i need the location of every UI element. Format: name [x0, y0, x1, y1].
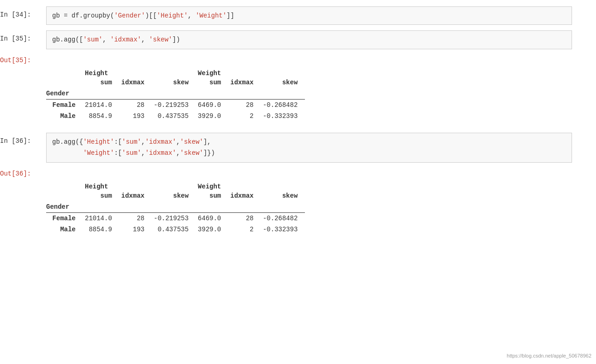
female-height-idxmax-2: 28	[119, 213, 152, 224]
female-row-2: Female 21014.0 28 -0.219253 6469.0 28 -0…	[46, 213, 305, 224]
cell-out36: Out[36]:	[0, 166, 596, 179]
height-group-header-2: Height	[83, 181, 196, 191]
weight-skew-header-2: skew	[261, 191, 305, 201]
male-height-sum-2: 8854.9	[83, 224, 119, 235]
height-sum-header-2: sum	[83, 191, 119, 201]
out36-table-wrap: Height Weight sum idxmax skew sum idxmax…	[0, 181, 596, 235]
male-height-sum: 8854.9	[83, 111, 119, 122]
female-weight-skew-2: -0.268482	[261, 213, 305, 224]
male-row: Male 8854.9 193 0.437535 3929.0 2 -0.332…	[46, 111, 305, 122]
empty-cell-2	[46, 181, 83, 191]
weight-sum-header-2: sum	[196, 191, 228, 201]
height-idxmax-header: idxmax	[119, 78, 152, 88]
female-weight-idxmax: 28	[228, 99, 261, 111]
female-height-sum: 21014.0	[83, 99, 119, 111]
out35-table-wrap: Height Weight sum idxmax skew sum idxmax…	[0, 68, 596, 122]
male-height-skew-2: 0.437535	[152, 224, 196, 235]
gender-label-row-2: Gender	[46, 201, 305, 213]
male-weight-idxmax-2: 2	[228, 224, 261, 235]
female-height-idxmax: 28	[119, 99, 152, 111]
male-row-2: Male 8854.9 193 0.437535 3929.0 2 -0.332…	[46, 224, 305, 235]
group-header-row: Height Weight	[46, 68, 305, 78]
weight-group-header: Weight	[196, 68, 305, 78]
male-label: Male	[46, 111, 83, 122]
gender-label-2: Gender	[46, 201, 83, 213]
male-weight-sum: 3929.0	[196, 111, 228, 122]
gender-label: Gender	[46, 88, 83, 100]
weight-skew-header: skew	[261, 78, 305, 88]
female-label: Female	[46, 99, 83, 111]
female-height-skew: -0.219253	[152, 99, 196, 111]
female-weight-idxmax-2: 28	[228, 213, 261, 224]
male-height-idxmax: 193	[119, 111, 152, 122]
weight-idxmax-header-2: idxmax	[228, 191, 261, 201]
in34-code[interactable]: gb = df.groupby('Gender')[['Height', 'We…	[46, 6, 572, 25]
out36-table: Height Weight sum idxmax skew sum idxmax…	[46, 181, 305, 235]
male-label-2: Male	[46, 224, 83, 235]
in35-code[interactable]: gb.agg(['sum', 'idxmax', 'skew'])	[46, 30, 572, 49]
female-row: Female 21014.0 28 -0.219253 6469.0 28 -0…	[46, 99, 305, 111]
empty-sub-2	[46, 191, 83, 201]
out35-table: Height Weight sum idxmax skew sum idxmax…	[46, 68, 305, 122]
female-weight-skew: -0.268482	[261, 99, 305, 111]
male-weight-skew: -0.332393	[261, 111, 305, 122]
male-weight-sum-2: 3929.0	[196, 224, 228, 235]
male-weight-skew-2: -0.332393	[261, 224, 305, 235]
in36-code[interactable]: gb.agg({'Height':['sum','idxmax','skew']…	[46, 133, 572, 163]
sub-header-row: sum idxmax skew sum idxmax skew	[46, 78, 305, 88]
height-skew-header: skew	[152, 78, 196, 88]
height-sum-header: sum	[83, 78, 119, 88]
weight-sum-header: sum	[196, 78, 228, 88]
height-group-header: Height	[83, 68, 196, 78]
cell-out35: Out[35]:	[0, 53, 596, 66]
female-weight-sum: 6469.0	[196, 99, 228, 111]
out35-label: Out[35]:	[0, 55, 46, 64]
cell-in35: In [35]: gb.agg(['sum', 'idxmax', 'skew'…	[0, 29, 596, 51]
cell-in36: In [36]: gb.agg({'Height':['sum','idxmax…	[0, 131, 596, 165]
male-height-skew: 0.437535	[152, 111, 196, 122]
sub-header-row-2: sum idxmax skew sum idxmax skew	[46, 191, 305, 201]
height-idxmax-header-2: idxmax	[119, 191, 152, 201]
gender-label-row: Gender	[46, 88, 305, 100]
in35-label: In [35]:	[0, 30, 46, 42]
empty-cell	[46, 68, 83, 78]
height-skew-header-2: skew	[152, 191, 196, 201]
in34-label: In [34]:	[0, 6, 46, 18]
male-weight-idxmax: 2	[228, 111, 261, 122]
in36-label: In [36]:	[0, 133, 46, 145]
out36-label: Out[36]:	[0, 168, 46, 177]
cell-in34: In [34]: gb = df.groupby('Gender')[['Hei…	[0, 5, 596, 27]
group-header-row-2: Height Weight	[46, 181, 305, 191]
female-label-2: Female	[46, 213, 83, 224]
empty-sub	[46, 78, 83, 88]
female-height-sum-2: 21014.0	[83, 213, 119, 224]
female-weight-sum-2: 6469.0	[196, 213, 228, 224]
weight-idxmax-header: idxmax	[228, 78, 261, 88]
female-height-skew-2: -0.219253	[152, 213, 196, 224]
male-height-idxmax-2: 193	[119, 224, 152, 235]
weight-group-header-2: Weight	[196, 181, 305, 191]
